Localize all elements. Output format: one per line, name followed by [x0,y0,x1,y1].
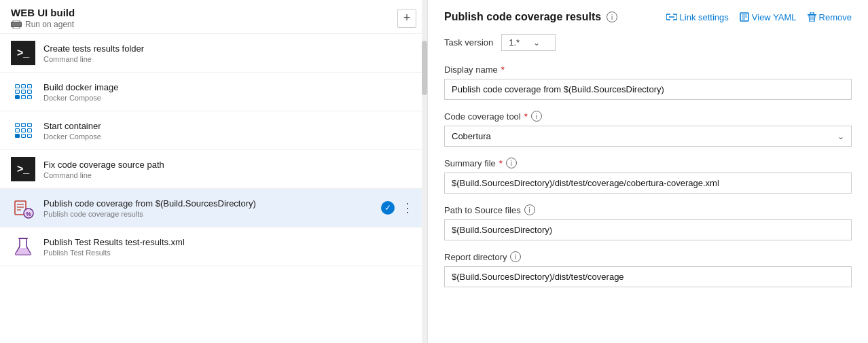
task-name-3: Start container [43,121,416,131]
task-version-select[interactable]: 1.* ⌄ [501,34,556,51]
task-name-4: Fix code coverage source path [43,160,416,170]
task-name-1: Create tests results folder [43,43,416,54]
task-item-build-docker-image[interactable]: Build docker image Docker Compose [0,73,427,111]
version-chevron-icon: ⌄ [533,38,540,48]
scroll-thumb [422,41,427,95]
view-yaml-label: View YAML [752,12,797,22]
task-item-start-container[interactable]: Start container Docker Compose [0,111,427,150]
remove-icon [808,12,816,22]
task-icon-docker-2 [11,118,35,143]
task-actions-5: ✓ ⋮ [381,199,416,217]
code-coverage-tool-select[interactable]: Cobertura ⌄ [444,126,852,147]
report-directory-input[interactable] [444,266,852,287]
add-task-button[interactable]: + [397,9,416,28]
task-info-5: Publish code coverage from $(Build.Sourc… [43,198,381,218]
summary-file-label: Summary file * i [444,158,852,168]
task-icon-cmd-2: >_ [11,157,35,181]
task-version-label: Task version [444,37,493,48]
pipeline-subtitle-row: Run on agent [11,20,75,29]
task-name-5: Publish code coverage from $(Build.Sourc… [43,198,381,209]
summary-file-required: * [499,158,503,168]
task-icon-docker-1 [11,79,35,104]
code-coverage-tool-label: Code coverage tool * i [444,111,852,122]
path-to-source-label: Path to Source files i [444,204,852,215]
remove-label: Remove [819,12,852,22]
svg-rect-2 [12,22,21,26]
summary-file-field: Summary file * i [444,158,852,194]
coverage-tool-chevron-icon: ⌄ [837,132,844,141]
task-info-4: Fix code coverage source path Command li… [43,160,416,179]
docker-icon-2 [15,123,32,138]
coverage-task-icon: % [11,196,35,220]
view-yaml-icon [740,12,749,22]
task-info-1: Create tests results folder Command line [43,43,416,63]
agent-icon [11,20,22,29]
task-icon-flask [11,234,35,259]
task-sub-5: Publish code coverage results [43,210,381,218]
path-to-source-input[interactable] [444,219,852,240]
left-header: WEB UI build Run on agent + [0,0,427,34]
coverage-tool-required: * [524,111,528,122]
display-name-field: Display name * [444,65,852,100]
report-dir-info-icon[interactable]: i [510,251,521,262]
task-sub-3: Docker Compose [43,132,416,141]
left-panel: WEB UI build Run on agent + >_ Create te… [0,0,428,343]
svg-rect-16 [810,12,814,14]
task-version-value: 1.* [509,37,520,48]
title-info-icon[interactable]: i [607,12,617,22]
coverage-tool-info-icon[interactable]: i [531,111,542,122]
left-header-info: WEB UI build Run on agent [11,7,75,29]
task-check-icon: ✓ [381,201,395,215]
task-item-publish-code-coverage[interactable]: % Publish code coverage from $(Build.Sou… [0,189,427,228]
view-yaml-button[interactable]: View YAML [740,12,797,22]
task-info-3: Start container Docker Compose [43,121,416,141]
left-panel-scrollbar[interactable] [422,0,427,343]
task-icon-cmd-1: >_ [11,41,35,65]
path-source-info-icon[interactable]: i [524,204,535,215]
code-coverage-tool-value: Cobertura [452,131,491,141]
right-panel-title: Publish code coverage results [444,11,601,23]
task-more-button[interactable]: ⋮ [399,199,416,217]
task-item-create-tests-results-folder[interactable]: >_ Create tests results folder Command l… [0,34,427,73]
task-info-6: Publish Test Results test-results.xml Pu… [43,237,416,257]
right-panel: Publish code coverage results i Link set… [428,0,868,343]
task-name-6: Publish Test Results test-results.xml [43,237,416,247]
svg-text:%: % [26,211,31,217]
link-settings-label: Link settings [680,12,729,22]
right-panel-header: Publish code coverage results i Link set… [444,11,852,23]
task-list: >_ Create tests results folder Command l… [0,34,427,343]
task-sub-1: Command line [43,55,416,63]
cmd-icon-1: >_ [11,41,35,65]
right-panel-actions: Link settings View YAML [666,12,852,22]
cmd-icon-2: >_ [11,157,35,181]
task-name-2: Build docker image [43,82,416,92]
task-sub-2: Docker Compose [43,94,416,102]
remove-button[interactable]: Remove [808,12,852,22]
summary-file-input[interactable] [444,173,852,194]
flask-task-icon [11,234,35,259]
display-name-label: Display name * [444,65,852,75]
report-directory-label: Report directory i [444,251,852,262]
task-icon-coverage: % [11,196,35,220]
summary-file-info-icon[interactable]: i [506,158,517,168]
task-info-2: Build docker image Docker Compose [43,82,416,102]
pipeline-title: WEB UI build [11,7,75,18]
task-item-fix-code-coverage[interactable]: >_ Fix code coverage source path Command… [0,150,427,189]
display-name-input[interactable] [444,79,852,100]
display-name-required: * [501,65,505,75]
task-version-row: Task version 1.* ⌄ [444,34,852,51]
task-sub-6: Publish Test Results [43,249,416,257]
link-settings-icon [666,12,677,22]
task-sub-4: Command line [43,171,416,179]
report-directory-field: Report directory i [444,251,852,287]
code-coverage-tool-field: Code coverage tool * i Cobertura ⌄ [444,111,852,147]
right-title-row: Publish code coverage results i [444,11,617,23]
task-item-publish-test-results[interactable]: Publish Test Results test-results.xml Pu… [0,228,427,266]
pipeline-subtitle: Run on agent [25,20,74,29]
link-settings-button[interactable]: Link settings [666,12,729,22]
docker-icon-1 [15,84,32,99]
path-to-source-field: Path to Source files i [444,204,852,240]
